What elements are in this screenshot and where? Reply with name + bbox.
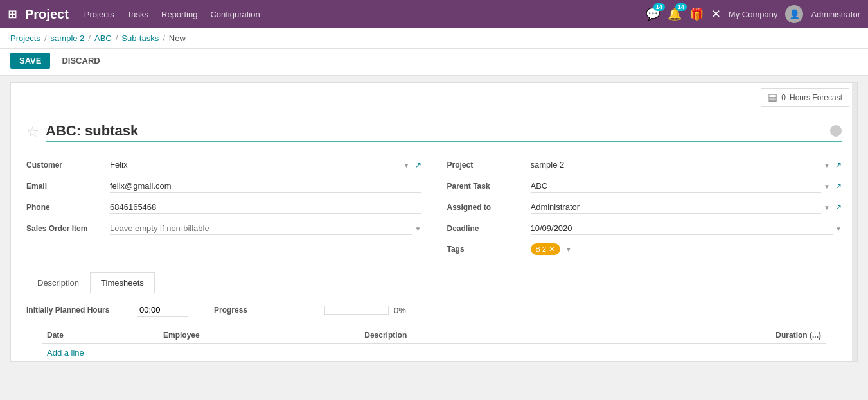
progress-label: Progress: [214, 306, 317, 315]
parent-task-wrapper: ▼ ↗: [531, 180, 842, 193]
planned-hours-field: Initially Planned Hours: [26, 304, 188, 317]
tags-field: Tags B 2 ✕ ▼: [447, 239, 842, 259]
project-field: Project ▼ ↗: [447, 155, 842, 176]
tabs-bar: Description Timesheets: [26, 272, 842, 293]
planned-hours-input[interactable]: [137, 304, 188, 317]
customer-external-link-icon[interactable]: ↗: [415, 161, 421, 170]
form-fields-grid: Customer ▼ ↗ Email Phone: [26, 155, 842, 259]
grid-menu-icon[interactable]: ⊞: [8, 7, 17, 21]
forecast-grid-icon: ▤: [768, 91, 777, 103]
parent-task-external-link-icon[interactable]: ↗: [835, 182, 842, 191]
discuss-badge: 14: [653, 3, 665, 11]
project-input[interactable]: [531, 159, 822, 171]
customer-select-wrapper: ▼ ↗: [110, 159, 421, 171]
progress-bar-container: 0%: [324, 306, 406, 315]
assigned-input[interactable]: [531, 201, 822, 214]
status-circle[interactable]: [830, 125, 842, 137]
nav-links: Projects Tasks Reporting Configuration: [84, 7, 646, 22]
tag-b2-remove-icon[interactable]: ✕: [549, 245, 555, 254]
sales-order-wrapper: ▼: [110, 222, 421, 235]
breadcrumb-sep-2: /: [88, 33, 91, 43]
discuss-icon[interactable]: 💬 14: [646, 7, 660, 21]
col-date: Date: [42, 327, 158, 344]
col-description: Description: [359, 327, 586, 344]
activity-icon[interactable]: 🔔 14: [668, 7, 682, 21]
tab-description[interactable]: Description: [26, 272, 90, 293]
sales-order-field: Sales Order Item ▼: [26, 218, 421, 239]
customer-field: Customer ▼ ↗: [26, 155, 421, 176]
nav-right: 💬 14 🔔 14 🎁 ✕ My Company 👤 Administrator: [646, 5, 860, 23]
activity-badge: 14: [675, 3, 687, 11]
nav-tasks[interactable]: Tasks: [127, 7, 148, 22]
nav-reporting[interactable]: Reporting: [161, 7, 197, 22]
tab-timesheets[interactable]: Timesheets: [90, 272, 155, 293]
task-form: ☆ Customer ▼ ↗: [11, 112, 857, 293]
email-input[interactable]: [110, 180, 421, 193]
sales-order-dropdown-arrow[interactable]: ▼: [415, 225, 421, 232]
breadcrumb-projects[interactable]: Projects: [10, 33, 40, 43]
assigned-dropdown-arrow[interactable]: ▼: [824, 204, 830, 211]
task-title-input[interactable]: [46, 123, 842, 142]
nav-configuration[interactable]: Configuration: [210, 7, 260, 22]
breadcrumb-current: New: [169, 33, 186, 43]
deadline-field: Deadline ▼: [447, 218, 842, 239]
project-dropdown-arrow[interactable]: ▼: [824, 162, 830, 169]
content-card: ▤ 0 Hours Forecast ☆ Customer: [10, 82, 858, 362]
gift-icon[interactable]: 🎁: [689, 7, 704, 21]
close-icon[interactable]: ✕: [711, 7, 721, 21]
project-label: Project: [447, 161, 531, 170]
progress-field: Progress 0%: [214, 306, 406, 315]
project-external-link-icon[interactable]: ↗: [835, 161, 842, 170]
avatar[interactable]: 👤: [785, 5, 803, 23]
deadline-dropdown-arrow[interactable]: ▼: [835, 225, 842, 232]
discard-button[interactable]: DISCARD: [55, 53, 106, 69]
hours-forecast-bar: ▤ 0 Hours Forecast: [11, 83, 857, 112]
timesheets-meta-row: Initially Planned Hours Progress 0%: [26, 304, 842, 317]
timesheets-tab-content: Initially Planned Hours Progress 0%: [11, 293, 857, 361]
sales-order-input[interactable]: [110, 222, 412, 235]
deadline-input[interactable]: [531, 222, 833, 235]
top-navigation: ⊞ Project Projects Tasks Reporting Confi…: [0, 0, 868, 28]
planned-hours-label: Initially Planned Hours: [26, 306, 129, 315]
favorite-star-icon[interactable]: ☆: [26, 124, 39, 141]
assigned-label: Assigned to: [447, 203, 531, 212]
admin-name[interactable]: Administrator: [811, 10, 860, 19]
parent-task-input[interactable]: [531, 180, 822, 193]
parent-task-dropdown-arrow[interactable]: ▼: [824, 183, 830, 190]
assigned-field: Assigned to ▼ ↗: [447, 197, 842, 218]
parent-task-label: Parent Task: [447, 182, 531, 191]
company-name[interactable]: My Company: [729, 10, 778, 19]
breadcrumb: Projects / sample 2 / ABC / Sub-tasks / …: [0, 28, 868, 49]
deadline-label: Deadline: [447, 224, 531, 233]
tags-dropdown-arrow[interactable]: ▼: [565, 246, 572, 253]
timesheet-table-area: Date Employee Description Duration (...)…: [26, 327, 842, 361]
assigned-external-link-icon[interactable]: ↗: [835, 203, 842, 212]
app-title: Project: [25, 7, 69, 22]
breadcrumb-sample2[interactable]: sample 2: [51, 33, 85, 43]
action-bar: SAVE DISCARD: [0, 49, 868, 76]
nav-projects[interactable]: Projects: [84, 7, 114, 22]
customer-label: Customer: [26, 161, 110, 170]
phone-field: Phone: [26, 197, 421, 218]
col-employee: Employee: [158, 327, 359, 344]
col-duration: Duration (...): [587, 327, 826, 344]
breadcrumb-abc[interactable]: ABC: [94, 33, 112, 43]
tag-b2-value: B 2: [536, 245, 547, 253]
customer-input[interactable]: [110, 159, 401, 171]
sales-order-label: Sales Order Item: [26, 224, 110, 233]
hours-forecast-button[interactable]: ▤ 0 Hours Forecast: [761, 88, 849, 107]
email-label: Email: [26, 182, 110, 191]
save-button[interactable]: SAVE: [10, 53, 50, 69]
deadline-wrapper: ▼: [531, 222, 842, 235]
breadcrumb-sep-1: /: [44, 33, 47, 43]
progress-bar-track: [324, 306, 389, 315]
title-area: ☆: [26, 123, 842, 142]
phone-input[interactable]: [110, 201, 421, 214]
hours-forecast-label: Hours Forecast: [790, 93, 842, 102]
timesheet-table: Date Employee Description Duration (...): [42, 327, 826, 344]
right-scrollbar[interactable]: [852, 83, 857, 361]
breadcrumb-subtasks[interactable]: Sub-tasks: [121, 33, 159, 43]
assigned-wrapper: ▼ ↗: [531, 201, 842, 214]
add-line-link[interactable]: Add a line: [42, 344, 89, 361]
customer-dropdown-arrow[interactable]: ▼: [403, 162, 410, 169]
